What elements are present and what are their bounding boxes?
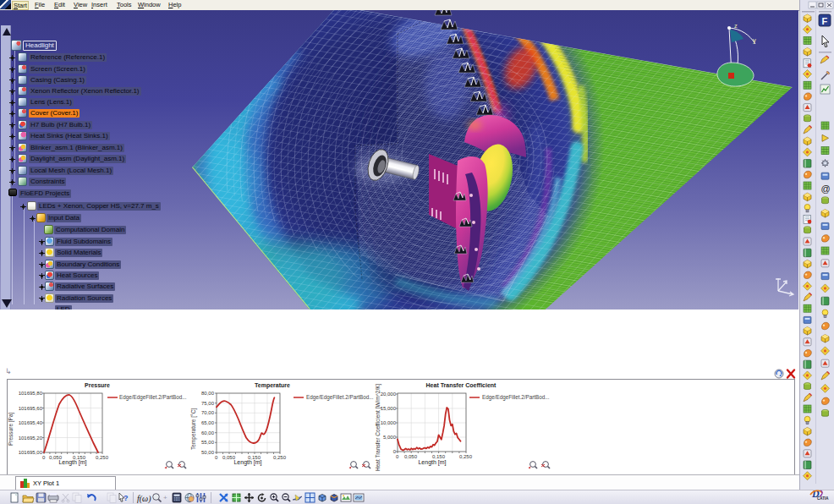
svg-text:F: F [822, 16, 828, 26]
svg-text:y: y [753, 36, 756, 44]
svg-text:CATIA: CATIA [817, 496, 829, 501]
svg-text:z: z [734, 22, 738, 30]
svg-text:+: + [163, 494, 167, 501]
